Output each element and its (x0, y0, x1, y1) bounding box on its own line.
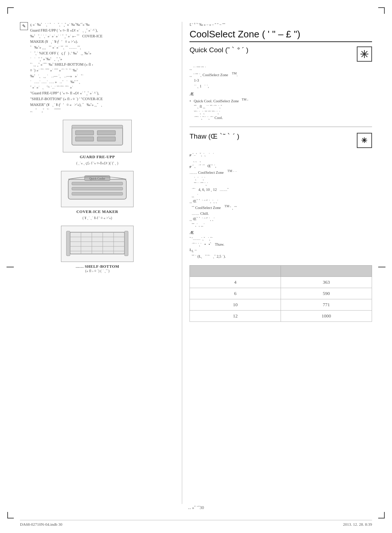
svg-rect-12 (70, 232, 124, 254)
side-mark-right (378, 267, 385, 267)
footer-left: DA68-02710N-04.indb 30 (20, 522, 62, 526)
table-cell-row3-col1: 12 (190, 311, 281, 322)
page-main-title: CoolSelect Zone ( ' " – £ ") (189, 29, 372, 42)
data-table-container: 4 363 6 590 10 771 12 10 (189, 265, 372, 322)
table-cell-row3-col2: 1000 (281, 311, 372, 322)
thaw-section: Thaw (Œ ˋ˜ ˋ ´ ) ✳ ℊ ′‥′ ˇ˛ ˙˛ ˙ ˙ ˛ ˛ ˛… (189, 132, 372, 322)
table-cell-row2-col1: 10 (190, 299, 281, 311)
quick-cool-icon-box (357, 46, 372, 62)
svg-rect-22 (124, 231, 128, 256)
table-row: 6 590 (190, 288, 372, 299)
shelf-sublabel: (« fl › ¤ ˙) ( ˙ ˛ˇ˙) (85, 269, 110, 273)
svg-rect-7 (72, 182, 123, 185)
right-column: £ ′ ° ˇ′ ‰ » – » – " " ~ "" CoolSelect Z… (182, 22, 372, 504)
quick-cool-section: Quick Cool (˜ ˋ ° ´ ) ˛˛ ˙˙ ˇˇˇ ˇˇ ˙ ˛˛ … (189, 46, 372, 121)
thaw-header: Thaw (Œ ˋ˜ ˋ ´ ) ✳ (189, 132, 372, 149)
corner-mark-tr (378, 7, 385, 14)
svg-rect-4 (97, 137, 115, 141)
left-text-block: ç »˙ ‰˚ ˙˛˙ ˇ ˙ ˇ˛ ˙ ¸ˇ »˙ ‰˚‰ˉ˘»˙‰ Guar… (30, 22, 103, 113)
shelf-bottom-svg (63, 227, 132, 261)
svg-rect-5 (72, 125, 123, 128)
table-cell-row0-col2: 363 (281, 277, 372, 288)
shelf-bottom-box (61, 226, 134, 262)
page-content: ✎ ç »˙ ‰˚ ˙˛˙ ˇ ˙ ˇ˛ ˙ ¸ˇ »˙ ‰˚‰ˉ˘»˙‰ Gu… (20, 22, 372, 504)
thaw-text: ℊ ′‥′ ˇ˛ ˙˛ ˙ ˙ ˛ ˛ ˛ ℊ ′ ˛ ˙ˇ ˙ˇ Œˋˋ ˙,… (189, 152, 372, 259)
guard-fre-upp-svg (65, 122, 130, 151)
quick-cool-text: ˛˛ ˙˙ ˇˇˇ ˇˇ ˙ ˛˛ ˙˙ˇˇ ˙˛ CoolSelect Zon… (189, 65, 372, 121)
svg-text:Quick Cooler: Quick Cooler (89, 177, 105, 180)
table-cell-row1-col2: 590 (281, 288, 372, 299)
corner-mark-br (378, 512, 385, 518)
quick-cool-title: Quick Cool (˜ ˋ ° ´ ) (189, 46, 248, 54)
svg-point-27 (363, 53, 365, 55)
left-column: ✎ ç »˙ ‰˚ ˙˛˙ ˇ ˙ ˇ˛ ˙ ¸ˇ »˙ ‰˚‰ˉ˘»˙‰ Gu… (20, 22, 182, 504)
svg-rect-21 (66, 231, 70, 256)
guard-fre-upp-image: GUARD FRE-UPP ( ˛˙« ˛ ç£› f ′« ¤-fl«£¢ )… (63, 120, 132, 165)
guard-fre-upp-box (63, 120, 132, 152)
right-prefix-text: £ ′ ° ˇ′ ‰ » – » – " " ~ "" (189, 22, 372, 27)
cover-ice-label: COVER-ICE MAKER (76, 209, 118, 214)
note-icon: ✎ (20, 22, 28, 30)
thaw-title: Thaw (Œ ˋ˜ ˋ ´ ) (189, 132, 239, 140)
table-header-col1 (190, 266, 281, 277)
svg-rect-2 (97, 131, 115, 135)
page-footer: DA68-02710N-04.indb 30 2013. 12. 28. 8:3… (20, 520, 372, 526)
table-cell-row2-col2: 771 (281, 299, 372, 311)
thaw-icon-box: ✳ (357, 133, 372, 148)
shelf-bottom-image: ‥‥‥ SHELF-BOTTOM (« fl › ¤ ˙) ( ˙ ˛ˇ˙) (61, 226, 134, 273)
svg-rect-3 (75, 137, 94, 141)
table-row: 12 1000 (190, 311, 372, 322)
footer-right: 2013. 12. 28. 8:39 (343, 522, 372, 526)
side-mark-left (7, 267, 14, 267)
svg-rect-8 (72, 187, 123, 190)
table-cell-row0-col1: 4 (190, 277, 281, 288)
table-cell-row1-col1: 6 (190, 288, 281, 299)
corner-mark-bl (7, 512, 14, 518)
guard-sublabel: ( ˛˙« ˛ ç£› f ′« ¤-fl«£¢ )(˙(′ ˛ ) (76, 161, 118, 165)
snowflake-icon (360, 49, 369, 59)
images-section: GUARD FRE-UPP ( ˛˙« ˛ ç£› f ′« ¤-fl«£¢ )… (20, 120, 175, 273)
svg-rect-0 (72, 127, 123, 145)
left-note-block: ✎ ç »˙ ‰˚ ˙˛˙ ˇ ˙ ˇ˛ ˙ ¸ˇ »˙ ‰˚‰ˉ˘»˙‰ Gu… (20, 22, 175, 113)
cover-ice-sublabel: ( ¥ ˛˙ ˛˙ ¥-f ′ ¤ « >′«) (82, 216, 112, 220)
cover-ice-maker-svg: Quick Cooler (63, 172, 132, 206)
svg-rect-9 (72, 192, 123, 195)
table-row: 4 363 (190, 277, 372, 288)
asterisk-icon: ✳ (361, 136, 367, 145)
cover-ice-maker-box: Quick Cooler (61, 171, 134, 207)
page-center-number: ‥ »ˇ ˉ˘30 (188, 505, 204, 511)
table-header-col2 (281, 266, 372, 277)
section-divider-1 (189, 127, 372, 127)
shelf-label: ‥‥‥ SHELF-BOTTOM (75, 264, 119, 269)
thaw-table: 4 363 6 590 10 771 12 10 (189, 265, 372, 322)
svg-rect-1 (75, 131, 94, 135)
guard-label: GUARD FRE-UPP (80, 155, 115, 159)
quick-cool-header: Quick Cool (˜ ˋ ° ´ ) (189, 46, 372, 63)
cover-ice-maker-image: Quick Cooler COVER-ICE MAKER ( ¥ ˛˙ ˛˙ ¥… (61, 171, 134, 220)
table-row: 10 771 (190, 299, 372, 311)
corner-mark-tl (7, 7, 14, 14)
